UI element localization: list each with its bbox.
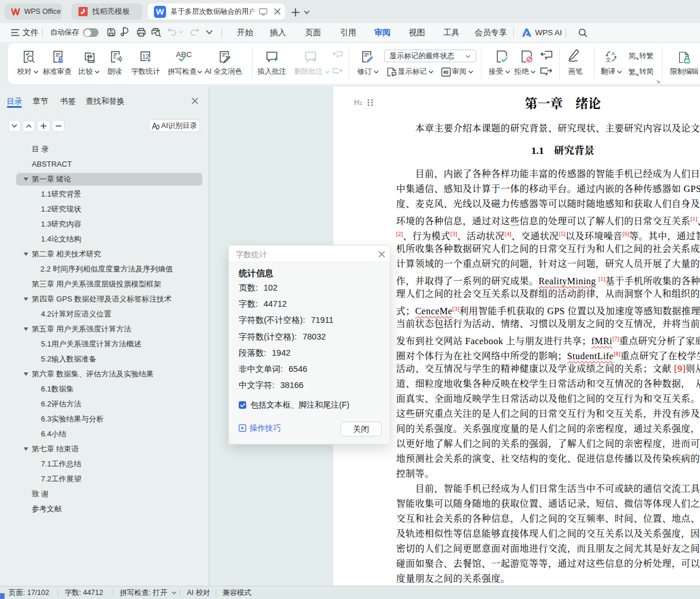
svg-text:繁: 繁 bbox=[629, 68, 636, 76]
svg-text:简: 简 bbox=[629, 52, 636, 60]
svg-text:A: A bbox=[612, 51, 615, 56]
svg-text:12: 12 bbox=[142, 53, 149, 60]
svg-text:文: 文 bbox=[606, 57, 611, 62]
